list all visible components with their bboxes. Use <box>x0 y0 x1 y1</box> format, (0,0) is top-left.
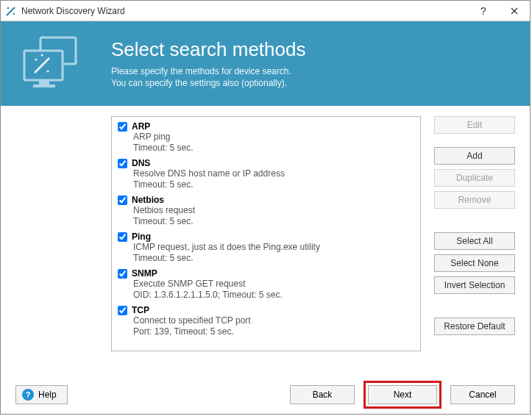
select-none-button[interactable]: Select None <box>434 254 515 272</box>
method-item[interactable]: SNMPExecute SNMP GET requestOID: 1.3.6.1… <box>113 267 420 304</box>
help-label: Help <box>38 390 57 400</box>
method-meta: Timeout: 5 sec. <box>116 253 416 264</box>
method-checkbox[interactable] <box>118 269 127 279</box>
help-button[interactable]: ? Help <box>15 385 68 404</box>
svg-rect-7 <box>39 80 49 85</box>
method-name: SNMP <box>132 268 157 279</box>
method-item[interactable]: NetbiosNetbios requestTimeout: 5 sec. <box>113 193 420 230</box>
method-name: DNS <box>132 158 150 168</box>
method-checkbox[interactable] <box>118 159 127 168</box>
method-name: ARP <box>132 121 150 132</box>
svg-point-12 <box>40 54 43 56</box>
svg-point-2 <box>13 12 15 14</box>
methods-list[interactable]: ARPARP pingTimeout: 5 sec.DNSResolve DNS… <box>111 116 421 351</box>
method-meta: Timeout: 5 sec. <box>116 143 416 154</box>
banner-monitor-icon <box>18 35 85 93</box>
banner: Select search methods Please specify the… <box>1 21 530 106</box>
svg-point-11 <box>46 70 49 72</box>
select-all-button[interactable]: Select All <box>434 232 515 250</box>
page-subtitle-2: You can specify the settings also (optio… <box>111 77 305 89</box>
method-desc: Execute SNMP GET request <box>116 279 416 290</box>
page-title: Select search methods <box>111 38 305 61</box>
next-button[interactable]: Next <box>368 385 437 404</box>
help-icon: ? <box>22 389 34 401</box>
method-desc: ARP ping <box>116 132 416 143</box>
method-checkbox[interactable] <box>118 122 127 132</box>
method-checkbox[interactable] <box>118 306 127 315</box>
restore-default-button[interactable]: Restore Default <box>434 318 515 335</box>
footer: ? Help Back Next Cancel <box>1 376 530 414</box>
remove-button[interactable]: Remove <box>434 191 515 209</box>
method-name: TCP <box>132 305 149 315</box>
page-subtitle-1: Please specify the methods for device se… <box>111 65 305 77</box>
next-highlight: Next <box>363 381 441 409</box>
app-icon <box>5 5 17 17</box>
content-area: ARPARP pingTimeout: 5 sec.DNSResolve DNS… <box>1 106 530 376</box>
method-desc: Connect to specified TCP port <box>116 315 416 326</box>
method-checkbox[interactable] <box>118 232 127 242</box>
method-meta: Port: 139, Timeout: 5 sec. <box>116 326 416 337</box>
window-title: Network Discovery Wizard <box>21 6 468 16</box>
help-titlebar-button[interactable]: ? <box>468 1 499 21</box>
method-name: Netbios <box>132 195 164 205</box>
side-button-column: Edit Add Duplicate Remove Select All Sel… <box>434 116 515 368</box>
edit-button[interactable]: Edit <box>434 116 515 134</box>
method-name: Ping <box>132 232 151 242</box>
back-button[interactable]: Back <box>290 385 355 404</box>
svg-rect-8 <box>33 85 55 87</box>
method-meta: OID: 1.3.6.1.2.1.1.5.0; Timeout: 5 sec. <box>116 290 416 301</box>
titlebar: Network Discovery Wizard ? <box>1 1 530 21</box>
method-desc: Netbios request <box>116 205 416 216</box>
method-item[interactable]: DNSResolve DNS host name or IP addressTi… <box>113 157 420 193</box>
method-checkbox[interactable] <box>118 196 127 205</box>
svg-point-10 <box>35 58 37 60</box>
method-item[interactable]: TCPConnect to specified TCP portPort: 13… <box>113 304 420 340</box>
cancel-button[interactable]: Cancel <box>450 385 515 404</box>
close-button[interactable] <box>499 1 530 21</box>
add-button[interactable]: Add <box>434 147 515 165</box>
method-desc: Resolve DNS host name or IP address <box>116 168 416 179</box>
svg-point-1 <box>7 7 9 8</box>
method-meta: Timeout: 5 sec. <box>116 179 416 190</box>
invert-selection-button[interactable]: Invert Selection <box>434 276 515 294</box>
method-item[interactable]: ARPARP pingTimeout: 5 sec. <box>113 120 420 157</box>
wizard-window: Network Discovery Wizard ? Select search… <box>0 0 531 415</box>
method-item[interactable]: PingICMP request, just as it does the Pi… <box>113 230 420 267</box>
duplicate-button[interactable]: Duplicate <box>434 169 515 187</box>
method-desc: ICMP request, just as it does the Ping.e… <box>116 242 416 253</box>
method-meta: Timeout: 5 sec. <box>116 216 416 227</box>
